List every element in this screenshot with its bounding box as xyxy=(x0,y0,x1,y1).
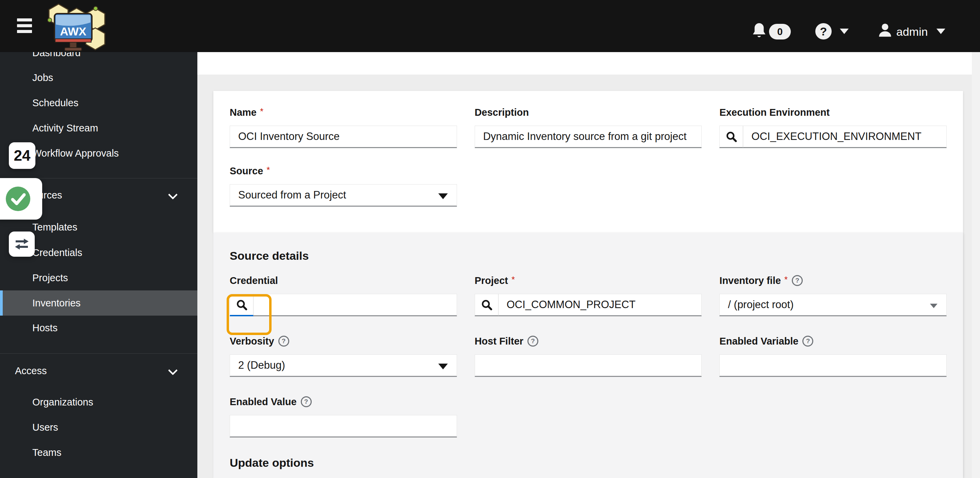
project-label: Project * xyxy=(475,275,702,286)
execution-environment-label: Execution Environment xyxy=(719,107,947,118)
sidebar-item-inventories[interactable]: Inventories xyxy=(0,290,197,315)
sidebar-item-dashboard[interactable]: Dashboard xyxy=(0,52,197,65)
help-menu-caret-icon[interactable] xyxy=(840,29,849,34)
user-menu-caret-icon[interactable] xyxy=(937,29,945,34)
nav-toggle-button[interactable] xyxy=(17,18,32,34)
description-field: Description xyxy=(475,107,702,148)
sidebar-item-projects[interactable]: Projects xyxy=(0,265,197,290)
search-icon xyxy=(480,299,493,311)
source-details-panel: Source details Credential xyxy=(213,233,963,478)
description-label: Description xyxy=(475,107,702,118)
help-icon[interactable]: ? xyxy=(802,336,813,347)
sidebar-group-access-label: Access xyxy=(15,365,47,376)
notifications-count-badge[interactable]: 0 xyxy=(769,24,791,40)
chevron-down-icon xyxy=(168,366,178,375)
project-input[interactable] xyxy=(498,294,702,316)
verbosity-field: Verbosity ? 2 (Debug) xyxy=(230,335,457,377)
sidebar-item-jobs[interactable]: Jobs xyxy=(0,65,197,90)
name-field: Name * xyxy=(230,107,457,148)
caret-down-icon xyxy=(438,193,448,199)
required-asterisk: * xyxy=(266,164,270,176)
sidebar-nav: Dashboard Jobs Schedules Activity Stream… xyxy=(0,52,197,478)
sidebar-item-schedules[interactable]: Schedules xyxy=(0,90,197,115)
credential-field: Credential xyxy=(230,275,457,316)
step-number-badge: 24 xyxy=(9,142,35,169)
inventory-file-value: / (project root) xyxy=(728,299,794,311)
inventory-file-label: Inventory file * ? xyxy=(719,275,947,286)
top-bar: AWX 0 ? admin xyxy=(0,0,980,52)
enabled-value-label: Enabled Value ? xyxy=(230,396,457,408)
source-label: Source * xyxy=(230,165,457,177)
project-search-button[interactable] xyxy=(475,294,498,316)
svg-text:AWX: AWX xyxy=(60,25,86,38)
page-header-band xyxy=(197,52,980,75)
update-options-heading: Update options xyxy=(213,456,963,470)
verbosity-select[interactable]: 2 (Debug) xyxy=(230,354,457,377)
verbosity-label: Verbosity ? xyxy=(230,335,457,347)
execution-environment-input[interactable] xyxy=(743,126,947,148)
source-select[interactable]: Sourced from a Project xyxy=(230,184,457,207)
credential-label: Credential xyxy=(230,275,457,286)
swap-arrows-icon xyxy=(14,237,30,251)
sidebar-item-hosts[interactable]: Hosts xyxy=(0,315,197,341)
sidebar-item-teams[interactable]: Teams xyxy=(0,440,197,465)
execution-environment-field: Execution Environment xyxy=(719,107,947,148)
success-check-card xyxy=(0,178,42,220)
help-icon[interactable]: ? xyxy=(301,396,312,407)
swap-step-card xyxy=(9,231,35,257)
help-icon[interactable]: ? xyxy=(527,336,538,347)
project-field: Project * xyxy=(475,275,702,316)
credential-search-button[interactable] xyxy=(230,294,253,316)
scrollbar-track[interactable] xyxy=(972,52,980,478)
sidebar-group-access[interactable]: Access xyxy=(0,358,197,383)
description-input[interactable] xyxy=(475,126,702,148)
enabled-variable-label: Enabled Variable ? xyxy=(719,335,947,347)
required-asterisk: * xyxy=(260,105,263,117)
caret-down-icon xyxy=(930,304,937,308)
host-filter-label: Host Filter ? xyxy=(475,335,702,347)
enabled-variable-field: Enabled Variable ? xyxy=(719,335,947,377)
credential-input[interactable] xyxy=(253,294,457,316)
host-filter-input[interactable] xyxy=(475,354,702,377)
check-circle-icon xyxy=(4,185,32,213)
name-input[interactable] xyxy=(230,126,457,148)
inventory-file-field: Inventory file * ? / (project root) xyxy=(719,275,947,316)
help-icon[interactable]: ? xyxy=(278,336,289,347)
enabled-variable-input[interactable] xyxy=(719,354,947,377)
awx-app: AWX 0 ? admin Dashboard xyxy=(0,0,980,478)
username-label[interactable]: admin xyxy=(896,25,928,38)
source-select-value: Sourced from a Project xyxy=(238,189,346,201)
help-icon[interactable]: ? xyxy=(815,23,832,40)
sidebar-item-activity-stream[interactable]: Activity Stream xyxy=(0,115,197,140)
search-icon xyxy=(725,131,737,143)
sidebar-item-organizations[interactable]: Organizations xyxy=(0,389,197,415)
user-icon[interactable] xyxy=(877,22,894,40)
execution-environment-search-button[interactable] xyxy=(719,126,743,148)
search-icon xyxy=(235,299,248,311)
help-icon[interactable]: ? xyxy=(792,275,803,286)
source-field: Source * Sourced from a Project xyxy=(230,165,457,207)
inventory-file-select[interactable]: / (project root) xyxy=(719,294,947,316)
chevron-down-icon xyxy=(168,190,178,199)
sidebar-item-users[interactable]: Users xyxy=(0,415,197,440)
source-details-heading: Source details xyxy=(213,249,963,263)
host-filter-field: Host Filter ? xyxy=(475,335,702,377)
enabled-value-input[interactable] xyxy=(230,415,457,438)
enabled-value-field: Enabled Value ? xyxy=(230,396,457,438)
caret-down-icon xyxy=(438,363,448,370)
verbosity-value: 2 (Debug) xyxy=(238,359,285,371)
awx-logo[interactable]: AWX xyxy=(41,1,109,53)
required-asterisk: * xyxy=(511,274,515,285)
details-card: Name * Description Execution Environment xyxy=(213,91,963,233)
required-asterisk: * xyxy=(784,274,788,285)
notifications-bell-icon[interactable] xyxy=(751,22,767,41)
name-label: Name * xyxy=(230,107,457,118)
